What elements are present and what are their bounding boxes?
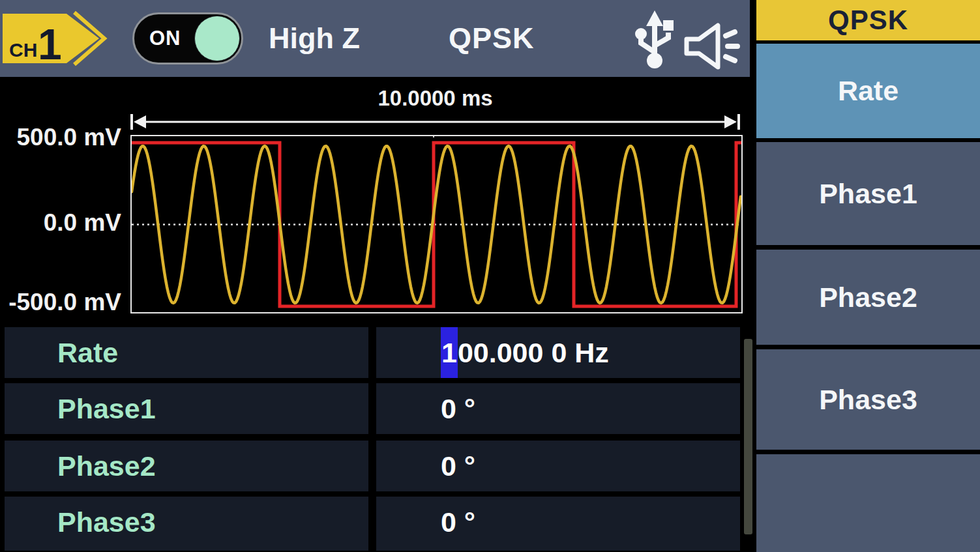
param-value-phase2[interactable]: 0 °: [376, 441, 740, 491]
generator-screen: CH 1 ON High Z QPSK: [0, 0, 980, 552]
softkey-phase2[interactable]: Phase2: [756, 250, 980, 345]
channel-prefix: CH: [9, 39, 37, 61]
table-scrollbar[interactable]: [744, 339, 752, 534]
param-label-phase2: Phase2: [5, 441, 368, 491]
y-axis-labels: 500.0 mV 0.0 mV -500.0 mV: [0, 77, 125, 321]
time-span-label: 10.0000 ms: [130, 86, 740, 111]
param-label-phase3: Phase3: [5, 497, 368, 551]
param-value-phase3[interactable]: 0 °: [376, 497, 740, 551]
channel-badge[interactable]: CH 1: [3, 10, 110, 67]
softkey-phase1[interactable]: Phase1: [756, 142, 980, 245]
y-axis-label-min: -500.0 mV: [8, 289, 121, 316]
softkey-blank[interactable]: [756, 454, 980, 552]
edit-cursor: 1: [441, 327, 458, 378]
param-value-rate[interactable]: 100.000 0 Hz: [376, 327, 740, 378]
softkey-menu-title: QPSK: [756, 0, 980, 40]
waveform-plot: [130, 135, 743, 313]
output-toggle-knob[interactable]: [194, 16, 240, 61]
y-axis-label-max: 500.0 mV: [17, 124, 121, 151]
softkey-phase3[interactable]: Phase3: [756, 349, 980, 450]
param-label-phase1: Phase1: [5, 383, 368, 434]
waveform-display: 10.0000 ms 500.0 mV 0.0 mV -500.0 mV: [0, 77, 753, 321]
status-bar: CH 1 ON High Z QPSK: [0, 0, 750, 77]
waveform-svg: [132, 136, 741, 312]
output-toggle-label: ON: [149, 14, 181, 63]
param-value-phase1[interactable]: 0 °: [376, 383, 740, 434]
time-span-arrow: [130, 113, 740, 130]
usb-icon: [631, 10, 678, 70]
y-axis-label-zero: 0.0 mV: [44, 209, 121, 237]
impedance-status: High Z: [269, 0, 360, 77]
param-label-rate: Rate: [5, 327, 368, 378]
output-toggle[interactable]: ON: [132, 12, 243, 65]
parameter-table: Rate 100.000 0 Hz Phase1 0 ° Phase2 0 ° …: [0, 321, 753, 552]
softkey-rate[interactable]: Rate: [756, 44, 980, 138]
mode-status: QPSK: [449, 0, 535, 77]
channel-number: 1: [38, 20, 62, 67]
softkey-menu: QPSK Rate Phase1 Phase2 Phase3: [756, 0, 980, 552]
speaker-icon: [682, 22, 745, 70]
param-value-rate-rest: 00.000 0 Hz: [458, 337, 609, 368]
